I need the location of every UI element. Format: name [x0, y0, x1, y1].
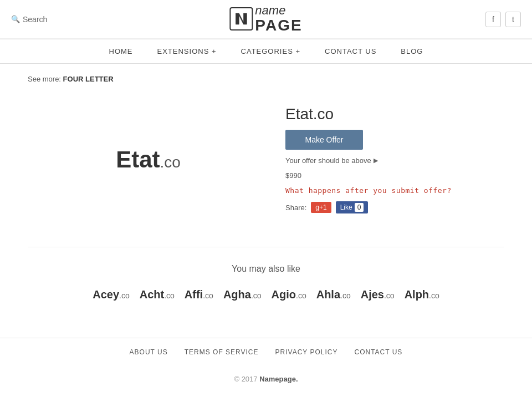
social-links: f t	[485, 12, 521, 27]
search-icon: 🔍	[11, 15, 20, 23]
gplus-button[interactable]: g+1	[311, 202, 331, 213]
submit-info-link[interactable]: What happens after you submit offer?	[285, 186, 504, 195]
nav-item-extensions[interactable]: EXTENSIONS +	[145, 39, 229, 63]
logo-link[interactable]: name PAGE	[229, 4, 302, 34]
nav-item-blog[interactable]: BLOG	[388, 39, 435, 63]
domain-title: Etat.co	[285, 105, 504, 123]
main-nav: HOME EXTENSIONS + CATEGORIES + CONTACT U…	[0, 39, 532, 64]
footer-about[interactable]: ABOUT US	[130, 348, 168, 356]
logo-name: name	[255, 4, 302, 17]
search-label: Search	[23, 15, 47, 24]
domain-info: Etat.co Make Offer Your offer should be …	[285, 94, 504, 225]
list-item[interactable]: Ahla.co	[314, 285, 353, 304]
search-area[interactable]: 🔍 Search	[11, 15, 47, 24]
offer-note: Your offer should be above ▶	[285, 156, 504, 165]
brand-link[interactable]: Namepage.	[259, 375, 298, 383]
list-item[interactable]: Agio.co	[269, 285, 309, 304]
logo[interactable]: name PAGE	[229, 4, 302, 34]
nav-item-contact[interactable]: CONTACT US	[313, 39, 388, 63]
fb-like-label: Like	[340, 204, 352, 211]
offer-amount: $990	[285, 171, 504, 180]
offer-note-text: Your offer should be above	[285, 156, 371, 165]
nav-item-categories[interactable]: CATEGORIES +	[229, 39, 313, 63]
logo-icon	[229, 7, 253, 30]
nav-item-home[interactable]: HOME	[97, 39, 145, 63]
footer-terms[interactable]: TERMS OF SERVICE	[185, 348, 259, 356]
domain-name-display: Etat	[116, 146, 160, 172]
logo-page: PAGE	[255, 17, 302, 34]
facebook-link[interactable]: f	[485, 12, 501, 27]
list-item[interactable]: Agha.co	[221, 285, 264, 304]
fb-count: 0	[355, 203, 364, 212]
also-like-title: You may also like	[28, 264, 504, 274]
list-item[interactable]: Alph.co	[402, 285, 442, 304]
copyright-year: © 2017	[234, 375, 257, 383]
offer-arrow-icon: ▶	[374, 157, 378, 164]
share-label: Share:	[285, 204, 306, 212]
footer-contact[interactable]: CONTACT US	[354, 348, 402, 356]
see-more-section: See more: FOUR LETTER	[28, 75, 504, 83]
list-item[interactable]: Affi.co	[182, 285, 216, 304]
main-content: See more: FOUR LETTER Etat.co Etat.co Ma…	[17, 64, 515, 316]
list-item[interactable]: Acey.co	[90, 285, 132, 304]
also-like-section: You may also like Acey.co Acht.co Affi.c…	[28, 247, 504, 304]
list-item[interactable]: Ajes.co	[359, 285, 397, 304]
site-header: 🔍 Search name PAGE f t	[0, 0, 532, 39]
list-item[interactable]: Acht.co	[137, 285, 177, 304]
footer-copyright: © 2017 Namepage.	[0, 366, 532, 400]
domain-tld-display: .co	[160, 154, 181, 171]
share-row: Share: g+1 Like 0	[285, 201, 504, 213]
twitter-link[interactable]: t	[505, 12, 521, 27]
facebook-icon: f	[492, 15, 494, 24]
see-more-link[interactable]: FOUR LETTER	[63, 75, 114, 83]
domain-list: Acey.co Acht.co Affi.co Agha.co Agio.co …	[28, 285, 504, 304]
domain-logo-display: Etat.co	[116, 146, 181, 173]
domain-showcase: Etat.co Etat.co Make Offer Your offer sh…	[28, 94, 504, 225]
footer-privacy[interactable]: PRIVACY POLICY	[275, 348, 338, 356]
logo-text: name PAGE	[255, 4, 302, 34]
facebook-like-button[interactable]: Like 0	[336, 201, 369, 213]
footer-links: ABOUT US TERMS OF SERVICE PRIVACY POLICY…	[0, 338, 532, 366]
domain-logo-area: Etat.co	[28, 94, 269, 225]
twitter-icon: t	[512, 15, 514, 24]
see-more-prefix: See more:	[28, 75, 61, 83]
make-offer-button[interactable]: Make Offer	[285, 130, 363, 150]
